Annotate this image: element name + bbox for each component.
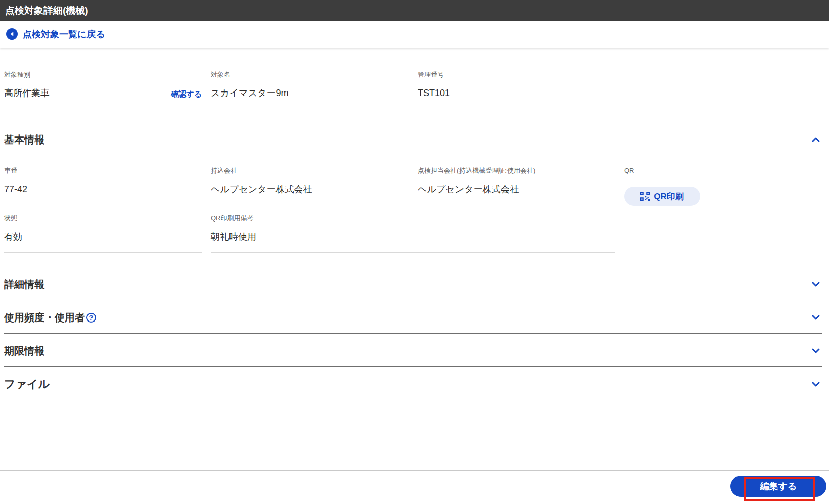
chevron-up-icon[interactable] bbox=[810, 133, 822, 146]
management-no-value: TST101 bbox=[418, 86, 615, 109]
section-files-title: ファイル bbox=[4, 377, 50, 391]
field-label: 点検担当会社(持込機械受理証:使用会社) bbox=[418, 166, 615, 175]
basic-info-row-1: 車番 77-42 持込会社 ヘルプセンター株式会社 点検担当会社(持込機械受理証… bbox=[4, 166, 822, 206]
section-term-info-title: 期限情報 bbox=[4, 344, 44, 358]
section-term-info[interactable]: 期限情報 bbox=[4, 334, 822, 367]
chevron-down-icon[interactable] bbox=[810, 378, 822, 390]
help-icon[interactable]: ? bbox=[86, 313, 96, 323]
back-link-label: 点検対象一覧に戻る bbox=[23, 28, 105, 40]
status-value: 有効 bbox=[4, 230, 202, 253]
qr-print-note-value: 朝礼時使用 bbox=[211, 230, 615, 253]
section-basic-info-title: 基本情報 bbox=[4, 132, 44, 147]
section-usage-frequency-title: 使用頻度・使用者 bbox=[4, 310, 85, 325]
footer-action-bar: 編集する bbox=[0, 470, 829, 504]
field-target-type: 対象種別 高所作業車 確認する bbox=[4, 70, 202, 109]
qr-print-label: QR印刷 bbox=[654, 191, 684, 202]
field-label: 対象名 bbox=[211, 70, 408, 79]
field-inspection-company: 点検担当会社(持込機械受理証:使用会社) ヘルプセンター株式会社 bbox=[418, 166, 615, 206]
back-arrow-icon bbox=[6, 28, 18, 40]
field-qr: QR QR印刷 bbox=[624, 166, 822, 206]
basic-info-row-2: 状態 有効 QR印刷用備考 朝礼時使用 bbox=[4, 214, 822, 253]
empty-cell bbox=[624, 70, 822, 109]
field-label: QR bbox=[624, 166, 822, 175]
chevron-down-icon[interactable] bbox=[810, 345, 822, 357]
section-detail-info-title: 詳細情報 bbox=[4, 277, 44, 291]
overview-fields-row: 対象種別 高所作業車 確認する 対象名 スカイマスター9m 管理番号 TST10… bbox=[4, 70, 822, 109]
chevron-down-icon[interactable] bbox=[810, 311, 822, 324]
field-label: 状態 bbox=[4, 214, 202, 223]
carry-in-company-value: ヘルプセンター株式会社 bbox=[211, 182, 408, 205]
field-qr-print-note: QR印刷用備考 朝礼時使用 bbox=[211, 214, 615, 253]
field-management-no: 管理番号 TST101 bbox=[418, 70, 615, 109]
field-label: QR印刷用備考 bbox=[211, 214, 615, 223]
confirm-link[interactable]: 確認する bbox=[171, 88, 202, 100]
field-carry-in-company: 持込会社 ヘルプセンター株式会社 bbox=[211, 166, 408, 206]
page-header: 点検対象詳細(機械) bbox=[0, 0, 829, 21]
inspection-company-value: ヘルプセンター株式会社 bbox=[418, 182, 615, 205]
field-label: 対象種別 bbox=[4, 70, 202, 79]
edit-button[interactable]: 編集する bbox=[730, 476, 826, 497]
field-label: 車番 bbox=[4, 166, 202, 175]
section-files[interactable]: ファイル bbox=[4, 367, 822, 400]
chevron-down-icon[interactable] bbox=[810, 278, 822, 290]
field-label: 管理番号 bbox=[418, 70, 615, 79]
field-label: 持込会社 bbox=[211, 166, 408, 175]
qr-print-button[interactable]: QR印刷 bbox=[624, 187, 700, 206]
section-usage-frequency[interactable]: 使用頻度・使用者 ? bbox=[4, 300, 822, 334]
target-name-value: スカイマスター9m bbox=[211, 86, 408, 109]
field-target-name: 対象名 スカイマスター9m bbox=[211, 70, 408, 109]
main-content: 対象種別 高所作業車 確認する 対象名 スカイマスター9m 管理番号 TST10… bbox=[0, 48, 829, 470]
section-basic-info-header: 基本情報 bbox=[4, 132, 822, 158]
section-detail-info[interactable]: 詳細情報 bbox=[4, 267, 822, 300]
field-vehicle-no: 車番 77-42 bbox=[4, 166, 202, 206]
field-status: 状態 有効 bbox=[4, 214, 202, 253]
empty-cell bbox=[624, 214, 822, 253]
vehicle-no-value: 77-42 bbox=[4, 182, 202, 205]
qr-code-icon bbox=[640, 192, 650, 201]
target-type-value: 高所作業車 bbox=[4, 86, 50, 100]
back-link[interactable]: 点検対象一覧に戻る bbox=[0, 21, 829, 48]
page-title: 点検対象詳細(機械) bbox=[5, 4, 88, 17]
